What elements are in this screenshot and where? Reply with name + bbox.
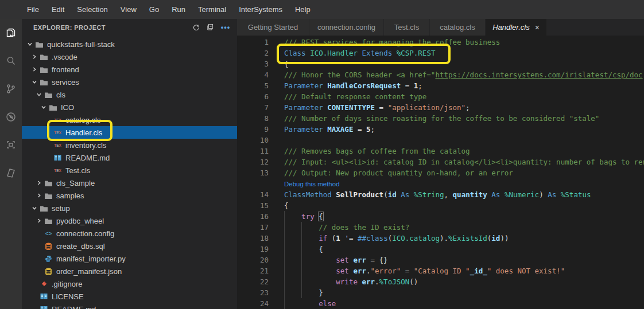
tree-item-manifest-importer-py[interactable]: manifest_importer.py [22,252,237,265]
code-line-6[interactable]: 6/// Default response content type [237,91,644,102]
intersystems-logo-icon[interactable] [3,166,18,181]
code-line-4[interactable]: 4/// Honor the CORS header <a href="http… [237,69,644,80]
tree-item--vscode[interactable]: .vscode [22,50,237,63]
tab-handler-cls[interactable]: Handler.cls× [486,19,547,36]
more-actions-icon[interactable]: ••• [221,23,230,32]
code-line-15[interactable]: 15{ [237,200,644,211]
tree-item-cls-sample[interactable]: cls_Sample [22,177,237,189]
line-number[interactable]: 5 [237,80,269,91]
menu-item-go[interactable]: Go [143,0,165,19]
line-number[interactable]: 16 [237,211,269,222]
line-number[interactable]: 19 [237,244,269,255]
explorer-icon[interactable] [3,25,18,40]
code-line-20[interactable]: 20 set err = {} [237,255,644,265]
line-number[interactable]: 22 [237,276,269,287]
line-number[interactable]: 18 [237,233,269,244]
code-line-2[interactable]: 2Class ICO.Handler Extends %CSP.REST [237,48,644,58]
line-number[interactable]: 21 [237,265,269,276]
line-number[interactable]: 23 [237,287,269,298]
codelens-debug-link[interactable]: Debug this method [284,181,340,187]
tree-item-setup[interactable]: setup [22,202,237,214]
code-line-14[interactable]: 14ClassMethod SellProduct(id As %String,… [237,189,644,200]
menu-item-intersystems[interactable]: InterSystems [232,0,289,19]
tree-item-test-cls[interactable]: TEXTest.cls [22,164,237,177]
code-line-11[interactable]: 11/// Removes bags of coffee from the ca… [237,146,644,157]
line-number[interactable]: 1 [237,37,269,48]
code-line-8[interactable]: 8/// Number of days since roasting for t… [237,113,644,124]
line-number[interactable]: 3 [237,58,269,69]
tree-item-readme-md[interactable]: README.md [22,303,237,309]
tab-catalog-cls[interactable]: catalog.cls [430,19,486,36]
line-number[interactable]: 7 [237,102,269,113]
code-line-18[interactable]: 18 if (1 '= ##class(ICO.catalog).%Exists… [237,233,644,244]
tree-item-connection-config[interactable]: <>connection.config [22,227,237,240]
tree-item-create-dbs-sql[interactable]: create_dbs.sql [22,240,237,252]
code-line-16[interactable]: 16 try { [237,211,644,222]
menu-item-help[interactable]: Help [289,0,317,19]
refresh-icon[interactable] [191,23,200,32]
code-line-19[interactable]: 19 { [237,244,644,255]
tab-connection-config[interactable]: connection.config [309,19,384,36]
source-control-icon[interactable] [3,81,18,96]
code-line-1[interactable]: 1/// REST services for managing the coff… [237,37,644,48]
tree-item-catalog-cls[interactable]: TEXcatalog.cls [22,114,237,126]
tree-item-quickstarts-full-stack[interactable]: quickstarts-full-stack [22,38,237,50]
menu-item-view[interactable]: View [114,0,143,19]
debug-disabled-icon[interactable] [3,109,18,124]
collapse-all-icon[interactable] [206,23,215,32]
line-number[interactable]: 10 [237,135,269,146]
tree-item-samples[interactable]: samples [22,189,237,202]
close-icon[interactable]: × [535,24,540,32]
code-line-17[interactable]: 17 // does the ID exist? [237,222,644,233]
tree-item-handler-cls[interactable]: TEXHandler.cls [22,126,237,139]
tab-test-cls[interactable]: Test.cls [384,19,430,36]
line-number[interactable]: 6 [237,91,269,102]
tree-item-label: catalog.cls [65,116,100,124]
line-number[interactable]: 13 [237,167,269,178]
code-line-13[interactable]: 13/// Output: New product quantity on-ha… [237,167,644,178]
search-icon[interactable] [3,53,18,68]
line-number[interactable]: 15 [237,200,269,211]
tree-item-cls[interactable]: cls [22,88,237,101]
code-line-3[interactable]: 3{ [237,58,644,69]
code-text: /// Removes bags of coffee from the cata… [284,146,470,157]
code-line-21[interactable]: 21 set err."error" = "Catalog ID "_id_" … [237,265,644,276]
code-line-22[interactable]: 22 write err.%ToJSON() [237,276,644,287]
tab-getting-started[interactable]: Getting Started [237,19,309,36]
code-line-9[interactable]: 9Parameter MAXAGE = 5; [237,124,644,135]
code-line-5[interactable]: 5Parameter HandleCorsRequest = 1; [237,80,644,91]
code-line-10[interactable]: 10 [237,135,644,146]
intersystems-tools-icon[interactable] [3,138,18,152]
line-number[interactable]: 8 [237,113,269,124]
menu-item-edit[interactable]: Edit [45,0,71,19]
tree-item-frontend[interactable]: frontend [22,63,237,76]
menu-item-selection[interactable]: Selection [71,0,114,19]
code-line-24[interactable]: 24 else [237,298,644,309]
code-editor[interactable]: 1/// REST services for managing the coff… [237,36,644,309]
line-number[interactable]: 14 [237,189,269,200]
chevron-down-icon [25,40,34,49]
line-number[interactable]: 4 [237,69,269,80]
menu-item-run[interactable]: Run [165,0,192,19]
line-number[interactable]: 2 [237,48,269,58]
code-line-23[interactable]: 23 } [237,287,644,298]
line-number[interactable]: 24 [237,298,269,309]
line-number[interactable]: 12 [237,157,269,167]
menu-item-file[interactable]: File [21,0,45,19]
code-line-7[interactable]: 7Parameter CONTENTTYPE = "application/js… [237,102,644,113]
readme-file-icon [39,292,49,301]
tree-item--gitignore[interactable]: .gitignore [22,277,237,290]
tree-item-ico[interactable]: ICO [22,101,237,114]
tree-item-license[interactable]: LICENSE [22,290,237,303]
menu-item-terminal[interactable]: Terminal [192,0,232,19]
tree-item-order-manifest-json[interactable]: order_manifest.json [22,265,237,277]
line-number[interactable]: 17 [237,222,269,233]
tree-item-services[interactable]: services [22,76,237,88]
line-number[interactable]: 9 [237,124,269,135]
line-number[interactable]: 11 [237,146,269,157]
code-line-12[interactable]: 12/// Input: <ul><li>id: catalog ID in c… [237,157,644,167]
tree-item-pyodbc-wheel[interactable]: pyodbc_wheel [22,214,237,227]
tree-item-inventory-cls[interactable]: TEXinventory.cls [22,139,237,151]
tree-item-readme-md[interactable]: README.md [22,151,237,164]
line-number[interactable]: 20 [237,255,269,265]
